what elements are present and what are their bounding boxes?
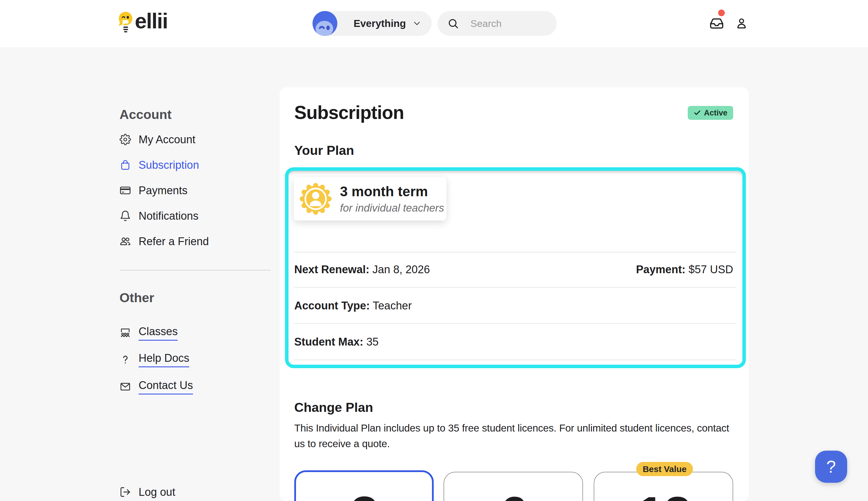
status-badge-label: Active bbox=[704, 108, 727, 117]
lightbulb-logo-icon bbox=[118, 11, 133, 34]
sidebar-divider bbox=[119, 270, 271, 270]
brand-logo[interactable]: ellii bbox=[118, 10, 167, 35]
sidebar-item-notifications[interactable]: Notifications bbox=[119, 203, 198, 228]
next-renewal-label: Next Renewal: bbox=[294, 263, 369, 276]
sidebar-item-my-account[interactable]: My Account bbox=[119, 127, 195, 152]
subscription-panel: Subscription Active Your Plan bbox=[280, 87, 749, 501]
plan-option-6-month[interactable]: 6 bbox=[444, 472, 583, 501]
divider bbox=[294, 360, 736, 360]
plan-option-term: 12 bbox=[637, 489, 691, 501]
logout-icon bbox=[119, 486, 131, 498]
search-icon bbox=[447, 18, 459, 29]
sidebar-item-subscription[interactable]: Subscription bbox=[119, 152, 199, 178]
sidebar-link-label: Help Docs bbox=[139, 352, 189, 367]
plan-detail-row-renewal: Next Renewal: Jan 8, 2026 Payment: $57 U… bbox=[294, 258, 733, 280]
logout-label: Log out bbox=[139, 486, 175, 498]
student-max: Student Max: 35 bbox=[294, 336, 378, 348]
scope-avatar-icon bbox=[313, 11, 337, 36]
sidebar-section-account: Account bbox=[119, 107, 172, 122]
divider bbox=[294, 323, 736, 324]
plan-detail-row-student-max: Student Max: 35 bbox=[294, 331, 733, 353]
classroom-icon bbox=[119, 327, 131, 339]
sidebar-item-label: My Account bbox=[139, 134, 195, 146]
your-plan-heading: Your Plan bbox=[294, 143, 354, 158]
page-title: Subscription bbox=[294, 102, 404, 123]
mail-icon bbox=[119, 381, 131, 393]
sidebar-link-contact-us[interactable]: Contact Us bbox=[119, 374, 193, 399]
next-renewal-value: Jan 8, 2026 bbox=[372, 263, 430, 276]
student-max-label: Student Max: bbox=[294, 336, 364, 348]
divider bbox=[294, 287, 736, 288]
sidebar-item-label: Notifications bbox=[139, 210, 198, 222]
sidebar-item-label: Refer a Friend bbox=[139, 235, 209, 248]
help-button[interactable]: ? bbox=[815, 451, 847, 483]
inbox-button[interactable] bbox=[709, 16, 724, 30]
account-type: Account Type: Teacher bbox=[294, 300, 412, 312]
bell-icon bbox=[119, 210, 131, 222]
search-scope-dropdown[interactable]: Everything bbox=[313, 11, 432, 36]
search-input[interactable] bbox=[470, 18, 552, 29]
sidebar-link-label: Classes bbox=[139, 325, 178, 341]
payment-value: $57 USD bbox=[688, 263, 733, 276]
status-badge: Active bbox=[688, 106, 733, 120]
plan-option-term: 6 bbox=[500, 489, 527, 501]
plan-option-12-month[interactable]: 12 bbox=[594, 472, 733, 501]
sidebar-section-other: Other bbox=[119, 290, 154, 305]
subscription-page: ellii Everything bbox=[0, 0, 868, 501]
top-header: ellii Everything bbox=[0, 0, 868, 47]
brand-name: ellii bbox=[135, 10, 167, 35]
check-icon bbox=[694, 109, 701, 117]
account-type-value: Teacher bbox=[373, 300, 412, 312]
logout-button[interactable]: Log out bbox=[119, 479, 175, 501]
next-renewal: Next Renewal: Jan 8, 2026 bbox=[294, 263, 430, 276]
student-max-value: 35 bbox=[366, 336, 378, 348]
change-plan-description: This Individual Plan includes up to 35 f… bbox=[294, 420, 737, 452]
sidebar-link-help-docs[interactable]: Help Docs bbox=[119, 347, 189, 372]
sidebar-link-label: Contact Us bbox=[139, 379, 193, 394]
plan-option-term: 3 bbox=[350, 489, 377, 501]
shopping-bag-icon bbox=[119, 159, 131, 171]
plan-name: 3 month term bbox=[340, 183, 444, 200]
sidebar-item-refer-a-friend[interactable]: Refer a Friend bbox=[119, 228, 209, 254]
current-plan-box-highlighted: 3 month term for individual teachers Nex… bbox=[285, 167, 746, 368]
plan-option-3-month[interactable]: 3 bbox=[294, 470, 434, 501]
scope-selected-value: Everything bbox=[354, 18, 406, 29]
account-type-label: Account Type: bbox=[294, 300, 370, 312]
plan-identity-chip: 3 month term for individual teachers bbox=[294, 177, 446, 221]
gear-icon bbox=[119, 134, 131, 145]
payment: Payment: $57 USD bbox=[636, 263, 733, 276]
sidebar-item-label: Subscription bbox=[139, 159, 199, 171]
user-menu-button[interactable] bbox=[735, 17, 748, 30]
sidebar-item-payments[interactable]: Payments bbox=[119, 178, 187, 203]
change-plan-heading: Change Plan bbox=[294, 400, 373, 415]
question-mark-icon bbox=[119, 354, 131, 365]
membership-seal-icon bbox=[299, 182, 333, 216]
chevron-down-icon bbox=[412, 19, 422, 28]
sidebar-item-label: Payments bbox=[139, 184, 187, 197]
account-sidebar: Account My Account Subscription Payments… bbox=[119, 47, 271, 501]
search-bar[interactable] bbox=[437, 11, 557, 36]
best-value-badge: Best Value bbox=[636, 462, 693, 476]
plan-detail-row-account-type: Account Type: Teacher bbox=[294, 295, 733, 317]
sidebar-link-classes[interactable]: Classes bbox=[119, 320, 178, 345]
users-icon bbox=[119, 236, 131, 247]
question-mark-glyph: ? bbox=[826, 457, 836, 477]
divider bbox=[294, 252, 736, 253]
payment-label: Payment: bbox=[636, 263, 685, 276]
plan-subtitle: for individual teachers bbox=[340, 202, 444, 214]
notification-dot bbox=[718, 10, 725, 16]
credit-card-icon bbox=[119, 185, 131, 196]
